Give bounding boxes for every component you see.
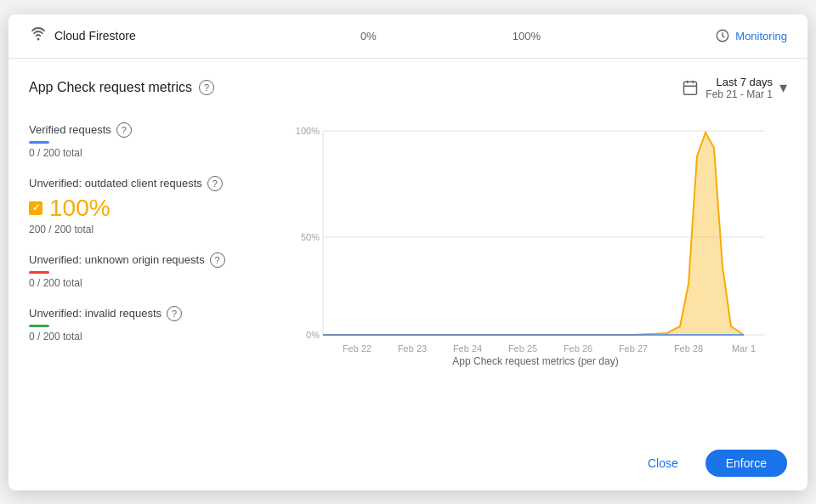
- unknown-line: [29, 271, 49, 274]
- chart-fill: [323, 133, 765, 335]
- outdated-big: 100%: [29, 195, 270, 222]
- legend-label-unknown: Unverified: unknown origin requests ?: [29, 252, 270, 268]
- firestore-icon: [29, 26, 48, 46]
- close-button[interactable]: Close: [631, 450, 695, 477]
- service-info: Cloud Firestore: [29, 26, 216, 46]
- dialog: Cloud Firestore 0% 100% Monitoring App C…: [8, 14, 808, 490]
- svg-text:Mar 1: Mar 1: [732, 343, 756, 354]
- unknown-total: 0 / 200 total: [29, 277, 270, 289]
- verified-line: [29, 141, 49, 144]
- main-content: App Check request metrics ? Last 7 days …: [8, 59, 808, 436]
- invalid-line: [29, 325, 49, 327]
- svg-point-0: [37, 37, 40, 40]
- service-name: Cloud Firestore: [54, 29, 136, 42]
- outdated-help-icon[interactable]: ?: [207, 176, 223, 191]
- legend-label-outdated: Unverified: outdated client requests ?: [29, 176, 270, 191]
- legend-item-invalid: Unverified: invalid requests ? 0 / 200 t…: [29, 297, 270, 351]
- date-range-text: Last 7 days Feb 21 - Mar 1: [706, 76, 773, 100]
- outdated-total: 200 / 200 total: [29, 224, 270, 235]
- legend-invalid-text: Unverified: invalid requests: [29, 307, 162, 320]
- svg-text:Feb 26: Feb 26: [564, 343, 592, 354]
- top-bar: Cloud Firestore 0% 100% Monitoring: [8, 14, 808, 59]
- monitoring-link[interactable]: Monitoring: [685, 28, 787, 43]
- enforce-button[interactable]: Enforce: [706, 450, 787, 477]
- legend-unknown-text: Unverified: unknown origin requests: [29, 253, 205, 266]
- svg-text:100%: 100%: [296, 126, 320, 136]
- monitoring-label: Monitoring: [735, 30, 787, 42]
- legend-verified-text: Verified requests: [29, 123, 111, 136]
- svg-text:Feb 25: Feb 25: [508, 343, 537, 354]
- svg-text:Feb 24: Feb 24: [453, 343, 482, 354]
- svg-text:0%: 0%: [306, 330, 320, 340]
- svg-text:Feb 27: Feb 27: [619, 343, 648, 354]
- date-range-picker[interactable]: Last 7 days Feb 21 - Mar 1 ▾: [682, 76, 787, 100]
- legend-item-verified: Verified requests ? 0 / 200 total: [29, 114, 270, 167]
- svg-text:50%: 50%: [301, 232, 320, 242]
- verified-help-icon[interactable]: ?: [116, 122, 132, 138]
- legend-item-outdated: Unverified: outdated client requests ? 1…: [29, 167, 270, 244]
- outdated-pct: 100%: [49, 195, 110, 222]
- date-range-sub: Feb 21 - Mar 1: [706, 88, 773, 100]
- progress-0: 0%: [360, 30, 377, 42]
- metrics-title-area: App Check request metrics ?: [29, 80, 214, 95]
- svg-text:Feb 23: Feb 23: [398, 343, 427, 354]
- invalid-help-icon[interactable]: ?: [167, 306, 182, 321]
- legend-outdated-text: Unverified: outdated client requests: [29, 177, 202, 190]
- legend-item-unknown: Unverified: unknown origin requests ? 0 …: [29, 244, 270, 297]
- outdated-checkbox[interactable]: [29, 201, 42, 215]
- legend-label-verified: Verified requests ?: [29, 122, 270, 138]
- progress-100: 100%: [513, 30, 541, 42]
- metrics-header: App Check request metrics ? Last 7 days …: [29, 76, 787, 100]
- verified-total: 0 / 200 total: [29, 147, 270, 159]
- metrics-legend: Verified requests ? 0 / 200 total Unveri…: [29, 114, 284, 436]
- date-range-arrow-icon: ▾: [779, 78, 787, 97]
- dialog-footer: Close Enforce: [8, 436, 808, 490]
- metrics-help-icon[interactable]: ?: [199, 80, 214, 95]
- unknown-help-icon[interactable]: ?: [210, 252, 225, 268]
- svg-text:Feb 28: Feb 28: [674, 343, 703, 354]
- legend-label-invalid: Unverified: invalid requests ?: [29, 306, 270, 321]
- date-range-label: Last 7 days: [706, 76, 773, 88]
- invalid-total: 0 / 200 total: [29, 331, 270, 343]
- metrics-body: Verified requests ? 0 / 200 total Unveri…: [29, 114, 787, 436]
- chart-area: 100% 50% 0% Feb 22 Feb 23 Feb 24 Feb 25 …: [284, 114, 787, 436]
- chart-line: [323, 133, 744, 335]
- chart-svg: 100% 50% 0% Feb 22 Feb 23 Feb 24 Feb 25 …: [284, 114, 787, 360]
- progress-labels: 0% 100%: [216, 30, 685, 42]
- chart-svg-wrapper: 100% 50% 0% Feb 22 Feb 23 Feb 24 Feb 25 …: [284, 114, 787, 352]
- svg-text:Feb 22: Feb 22: [343, 343, 371, 354]
- metrics-title-text: App Check request metrics: [29, 80, 192, 95]
- svg-rect-2: [684, 82, 697, 94]
